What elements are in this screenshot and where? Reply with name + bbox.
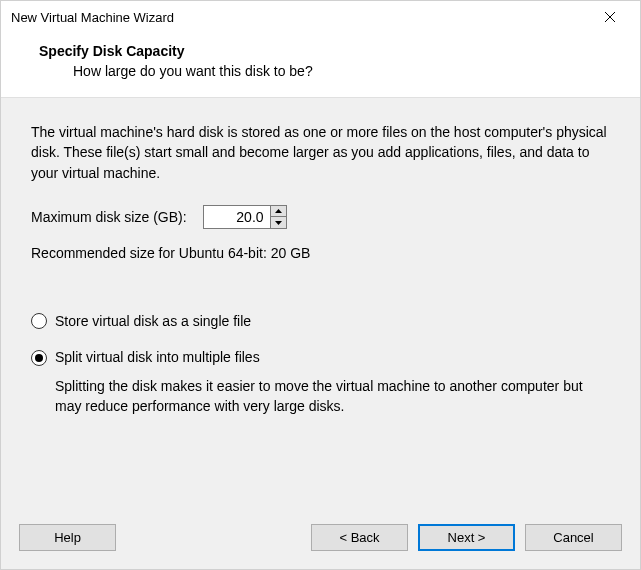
help-button[interactable]: Help xyxy=(19,524,116,551)
radio-single-file[interactable]: Store virtual disk as a single file xyxy=(31,311,610,331)
next-button[interactable]: Next > xyxy=(418,524,515,551)
radio-single-indicator xyxy=(31,313,47,329)
disk-size-input[interactable] xyxy=(204,206,270,228)
chevron-down-icon xyxy=(275,221,282,225)
description-text: The virtual machine's hard disk is store… xyxy=(31,122,610,183)
split-note-text: Splitting the disk makes it easier to mo… xyxy=(55,376,610,417)
radio-single-label: Store virtual disk as a single file xyxy=(55,311,251,331)
radio-split-file[interactable]: Split virtual disk into multiple files xyxy=(31,347,610,367)
wizard-header: Specify Disk Capacity How large do you w… xyxy=(1,33,640,97)
radio-split-label: Split virtual disk into multiple files xyxy=(55,347,260,367)
spinner-buttons xyxy=(270,206,286,228)
window-title: New Virtual Machine Wizard xyxy=(11,10,588,25)
disk-size-row: Maximum disk size (GB): xyxy=(31,205,610,229)
recommended-size-text: Recommended size for Ubuntu 64-bit: 20 G… xyxy=(31,243,610,263)
wizard-window: New Virtual Machine Wizard Specify Disk … xyxy=(0,0,641,570)
titlebar: New Virtual Machine Wizard xyxy=(1,1,640,33)
page-title: Specify Disk Capacity xyxy=(39,43,610,59)
spinner-up-button[interactable] xyxy=(271,206,286,217)
page-subtitle: How large do you want this disk to be? xyxy=(73,63,610,79)
disk-size-label: Maximum disk size (GB): xyxy=(31,207,187,227)
cancel-button[interactable]: Cancel xyxy=(525,524,622,551)
chevron-up-icon xyxy=(275,209,282,213)
radio-dot-icon xyxy=(35,354,43,362)
spinner-down-button[interactable] xyxy=(271,216,286,228)
button-bar: Help < Back Next > Cancel xyxy=(1,510,640,569)
radio-split-indicator xyxy=(31,350,47,366)
disk-size-spinner[interactable] xyxy=(203,205,287,229)
back-button[interactable]: < Back xyxy=(311,524,408,551)
wizard-content: The virtual machine's hard disk is store… xyxy=(1,98,640,510)
close-button[interactable] xyxy=(588,3,632,31)
close-icon xyxy=(604,11,616,23)
